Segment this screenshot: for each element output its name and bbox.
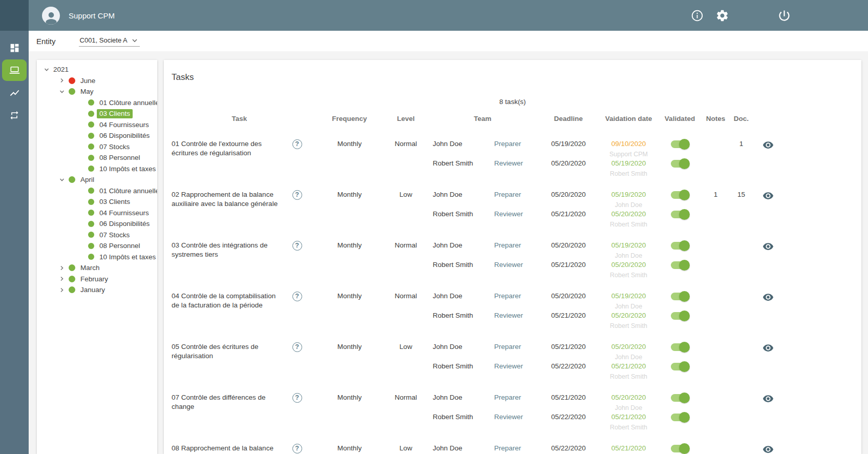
assignments: John DoePreparer05/19/202009/10/2020Supp… [428, 139, 702, 178]
validated-toggle[interactable] [671, 211, 689, 218]
tree-item-task[interactable]: 10 Impôts et taxes [37, 163, 157, 175]
tree-item-task[interactable]: 07 Stocks [37, 141, 157, 153]
deadline-date: 05/20/2020 [538, 241, 599, 250]
validated-toggle[interactable] [671, 343, 689, 351]
tree-item-task[interactable]: 01 Clôture annuelle [37, 97, 157, 109]
status-dot-green [69, 286, 75, 293]
help-icon[interactable]: ? [292, 241, 302, 251]
tree-item-month-may[interactable]: May [37, 86, 157, 97]
validated-toggle[interactable] [671, 394, 689, 402]
tree-item-year[interactable]: 2021 [37, 64, 157, 75]
chevron-down-icon[interactable] [59, 177, 65, 182]
info-icon[interactable] [690, 9, 704, 23]
power-logout-icon[interactable] [777, 9, 791, 23]
col-header-validated: Validated [658, 115, 702, 122]
tree-item-month-february[interactable]: February [37, 274, 157, 285]
validated-cell [658, 210, 702, 218]
user-avatar-icon[interactable] [42, 7, 60, 25]
eye-view-icon[interactable] [763, 139, 774, 151]
assignments: John DoePreparer05/20/202005/19/2020John… [428, 292, 702, 331]
validated-cell [658, 190, 702, 199]
tree-item-month-june[interactable]: June [37, 75, 157, 87]
tree-task-label: 03 Clients [99, 198, 130, 205]
help-icon[interactable]: ? [292, 292, 302, 301]
chevron-right-icon[interactable] [59, 78, 65, 83]
tree-item-task[interactable]: 07 Stocks [37, 230, 157, 241]
help-cell: ? [279, 139, 315, 149]
assignment-row: Robert SmithReviewer05/21/202005/20/2020… [428, 311, 702, 331]
assignment-row: John DoePreparer05/20/202005/19/2020John… [428, 241, 702, 260]
deadline-date: 05/20/2020 [538, 190, 599, 199]
eye-view-icon[interactable] [763, 444, 774, 454]
validated-toggle[interactable] [671, 160, 689, 168]
validated-cell [658, 260, 702, 269]
validated-toggle[interactable] [671, 363, 689, 370]
entity-select[interactable]: C001, Societe A [79, 35, 140, 47]
task-name: 03 Contrôle des intégrations de systreme… [164, 241, 279, 259]
validated-toggle[interactable] [671, 242, 689, 250]
tree-item-task[interactable]: 06 Disponibilités [37, 130, 157, 141]
validation-date-cell: 05/21/2020 [599, 444, 658, 453]
validated-by: John Doe [599, 251, 658, 260]
tree-item-task[interactable]: 01 Clôture annuelle [37, 185, 157, 197]
toggle-knob [679, 260, 690, 271]
tree-item-task[interactable]: 10 Impôts et taxes [37, 252, 157, 263]
eye-view-icon[interactable] [763, 292, 774, 303]
settings-gear-icon[interactable] [715, 9, 729, 23]
chevron-down-icon[interactable] [44, 67, 49, 72]
help-icon[interactable]: ? [292, 139, 302, 149]
sidebar-item-dashboard[interactable] [2, 37, 27, 58]
tasks-panel: Tasks 8 task(s) Task Frequency Level Tea… [164, 60, 861, 454]
eye-view-icon[interactable] [763, 393, 774, 404]
validation-date-cell: 09/10/2020Support CPM [599, 139, 658, 159]
col-header-notes: Notes [702, 115, 730, 122]
toggle-knob [679, 240, 690, 251]
validated-toggle[interactable] [671, 312, 689, 320]
tree-item-month-january[interactable]: January [37, 284, 157, 296]
help-icon[interactable]: ? [292, 342, 302, 352]
validation-date: 05/19/2020 [599, 190, 658, 199]
chevron-right-icon[interactable] [59, 276, 65, 281]
validated-toggle[interactable] [671, 414, 689, 421]
sidebar-item-monitoring[interactable] [2, 59, 27, 81]
validated-toggle[interactable] [671, 445, 689, 452]
tree-task-label: 03 Clients [97, 109, 133, 118]
tree-item-task[interactable]: 04 Fournisseurs [37, 119, 157, 131]
task-level: Low [384, 190, 428, 199]
sidebar-item-analytics[interactable] [2, 82, 27, 104]
eye-view-icon[interactable] [763, 241, 774, 252]
deadline-date: 05/22/2020 [538, 444, 599, 453]
validated-toggle[interactable] [671, 140, 689, 148]
tree-item-task[interactable]: 03 Clients [37, 196, 157, 208]
validated-by: Robert Smith [599, 423, 658, 432]
help-cell: ? [279, 342, 315, 352]
team-role: Preparer [489, 393, 538, 402]
eye-view-icon[interactable] [763, 342, 774, 354]
tree-item-task[interactable]: 06 Disponibilités [37, 218, 157, 230]
tree-item-month-april[interactable]: April [37, 174, 157, 185]
help-icon[interactable]: ? [292, 190, 302, 200]
tree-item-task[interactable]: 04 Fournisseurs [37, 208, 157, 219]
assignment-row: John DoePreparer05/21/202005/20/2020John… [428, 393, 702, 412]
validation-date: 05/21/2020 [599, 362, 658, 371]
trend-chart-icon [9, 88, 20, 98]
tree-task-label: 01 Clôture annuelle [99, 99, 157, 107]
tree-item-task[interactable]: 08 Personnel [37, 152, 157, 163]
col-header-frequency: Frequency [315, 115, 384, 122]
tree-item-task[interactable]: 03 Clients [37, 108, 157, 119]
tree-item-task[interactable]: 08 Personnel [37, 240, 157, 252]
validated-toggle[interactable] [671, 261, 689, 269]
chevron-down-icon[interactable] [59, 89, 65, 94]
toggle-knob [679, 139, 690, 150]
chevron-right-icon[interactable] [59, 265, 65, 271]
chevron-right-icon[interactable] [59, 287, 65, 293]
validated-toggle[interactable] [671, 293, 689, 300]
validated-toggle[interactable] [671, 191, 689, 199]
eye-view-icon[interactable] [763, 190, 774, 201]
sidebar-item-workflow[interactable] [2, 105, 27, 126]
tree-item-month-march[interactable]: March [37, 262, 157, 274]
task-name: 02 Rapprochement de la balance auxiliair… [164, 190, 279, 209]
period-tree: 2021JuneMay01 Clôture annuelle03 Clients… [37, 64, 157, 296]
help-icon[interactable]: ? [292, 444, 302, 453]
help-icon[interactable]: ? [292, 393, 302, 403]
